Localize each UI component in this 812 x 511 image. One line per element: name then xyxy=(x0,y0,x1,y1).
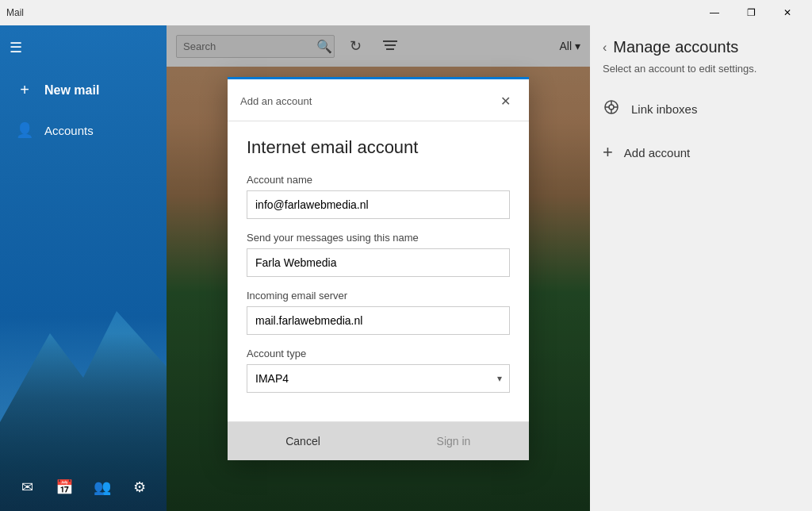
account-type-select[interactable]: IMAP4 POP3 xyxy=(247,364,510,393)
modal-title: Internet email account xyxy=(247,137,510,158)
back-button[interactable]: ‹ xyxy=(603,40,607,55)
manage-accounts-subtitle: Select an account to edit settings. xyxy=(590,63,812,87)
sidebar-item-accounts[interactable]: 👤 Accounts xyxy=(0,110,167,150)
modal-dialog: Add an account ✕ Internet email account … xyxy=(228,77,529,460)
add-account-label: Add account xyxy=(624,146,690,159)
signin-button[interactable]: Sign in xyxy=(378,422,529,460)
modal-header-text: Add an account xyxy=(240,95,312,107)
add-account-item[interactable]: + Add account xyxy=(590,131,812,174)
app-body: ☰ + New mail 👤 Accounts ✉ 📅 👥 ⚙ 🔍 ↻ xyxy=(0,25,812,511)
incoming-server-input[interactable] xyxy=(247,306,510,335)
accounts-icon: 👤 xyxy=(16,121,33,139)
manage-accounts-title: Manage accounts xyxy=(613,38,738,56)
content-area: 🔍 ↻ All ▾ Add an account ✕ xyxy=(167,25,590,511)
link-inboxes-label: Link inboxes xyxy=(631,102,697,116)
modal-header: Add an account ✕ xyxy=(228,79,529,121)
minimize-button[interactable]: — xyxy=(696,0,733,25)
account-type-group: Account type IMAP4 POP3 ▾ xyxy=(247,348,510,393)
restore-button[interactable]: ❐ xyxy=(733,0,769,25)
modal-footer: Cancel Sign in xyxy=(228,421,529,460)
link-inboxes-icon xyxy=(603,98,620,120)
hamburger-menu-button[interactable]: ☰ xyxy=(0,29,32,67)
incoming-server-label: Incoming email server xyxy=(247,290,510,302)
plus-icon: + xyxy=(16,81,33,99)
modal-body: Internet email account Account name Send… xyxy=(228,121,529,421)
account-name-group: Account name xyxy=(247,174,510,219)
account-name-input[interactable] xyxy=(247,190,510,219)
sidebar-bottom-nav: ✉ 📅 👥 ⚙ xyxy=(0,463,167,511)
link-inboxes-item[interactable]: Link inboxes xyxy=(590,87,812,131)
manage-accounts-header: ‹ Manage accounts xyxy=(590,25,812,63)
account-type-wrapper: IMAP4 POP3 ▾ xyxy=(247,364,510,393)
people-bottom-button[interactable]: 👥 xyxy=(88,473,117,501)
title-bar: Mail — ❐ ✕ xyxy=(0,0,812,25)
incoming-server-group: Incoming email server xyxy=(247,290,510,335)
account-type-label: Account type xyxy=(247,348,510,359)
sidebar-item-new-mail[interactable]: + New mail xyxy=(0,70,167,110)
modal-close-button[interactable]: ✕ xyxy=(494,90,516,113)
send-name-label: Send your messages using this name xyxy=(247,232,510,244)
send-name-group: Send your messages using this name xyxy=(247,232,510,277)
calendar-bottom-button[interactable]: 📅 xyxy=(50,473,79,501)
send-name-input[interactable] xyxy=(247,248,510,277)
sidebar: ☰ + New mail 👤 Accounts ✉ 📅 👥 ⚙ xyxy=(0,25,167,511)
add-account-icon: + xyxy=(603,142,613,163)
cancel-button[interactable]: Cancel xyxy=(228,422,378,460)
account-name-label: Account name xyxy=(247,174,510,186)
window-controls: — ❐ ✕ xyxy=(696,0,806,25)
accounts-label: Accounts xyxy=(44,124,94,137)
manage-accounts-panel: ‹ Manage accounts Select an account to e… xyxy=(590,25,812,511)
close-button[interactable]: ✕ xyxy=(769,0,806,25)
modal-overlay: Add an account ✕ Internet email account … xyxy=(167,25,590,511)
svg-point-4 xyxy=(609,105,614,110)
mail-bottom-button[interactable]: ✉ xyxy=(13,473,41,501)
settings-bottom-button[interactable]: ⚙ xyxy=(125,473,154,501)
app-title: Mail xyxy=(6,7,24,18)
new-mail-label: New mail xyxy=(44,83,99,98)
